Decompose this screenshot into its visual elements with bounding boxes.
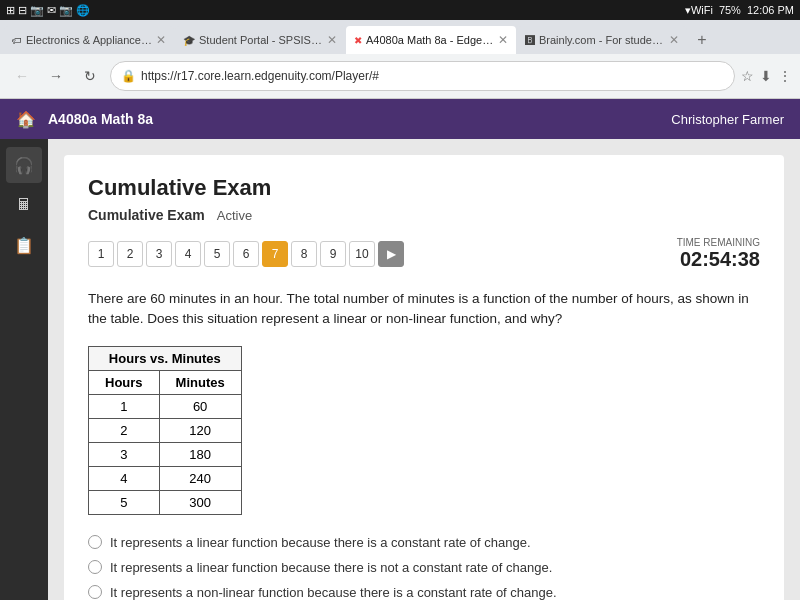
table-cell: 2 <box>89 418 160 442</box>
url-text: https://r17.core.learn.edgenuity.com/Pla… <box>141 69 724 83</box>
back-button[interactable]: ← <box>8 62 36 90</box>
tab4-close[interactable]: ✕ <box>669 33 679 47</box>
table-cell: 4 <box>89 466 160 490</box>
table-row: 3180 <box>89 442 242 466</box>
forward-button[interactable]: → <box>42 62 70 90</box>
answer-option-c[interactable]: It represents a non-linear function beca… <box>88 585 760 600</box>
tab3-favicon: ✖ <box>354 35 362 46</box>
table-header-hours: Hours <box>89 370 160 394</box>
tab2-label: Student Portal - SPSIS (min... <box>199 34 323 46</box>
page-buttons: 1 2 3 4 5 6 7 8 9 10 ▶ <box>88 241 404 267</box>
table-cell: 3 <box>89 442 160 466</box>
table-row: 2120 <box>89 418 242 442</box>
battery-indicator: 75% <box>719 4 741 16</box>
table-row: 4240 <box>89 466 242 490</box>
wifi-icon: ▾WiFi <box>685 4 713 17</box>
answer-text-c: It represents a non-linear function beca… <box>110 585 557 600</box>
answer-options: It represents a linear function because … <box>88 535 760 601</box>
exam-subtitle-row: Cumulative Exam Active <box>88 207 760 223</box>
answer-text-b: It represents a linear function because … <box>110 560 552 575</box>
page-btn-4[interactable]: 4 <box>175 241 201 267</box>
table-header-minutes: Minutes <box>159 370 241 394</box>
answer-option-b[interactable]: It represents a linear function because … <box>88 560 760 575</box>
tab2-favicon: 🎓 <box>183 35 195 46</box>
table-cell: 1 <box>89 394 160 418</box>
exam-status: Active <box>217 208 252 223</box>
status-bar: ⊞ ⊟ 📷 ✉ 📷 🌐 ▾WiFi 75% 12:06 PM <box>0 0 800 20</box>
tab3-label: A4080a Math 8a - Edgenuit... <box>366 34 494 46</box>
url-bar[interactable]: 🔒 https://r17.core.learn.edgenuity.com/P… <box>110 61 735 91</box>
tab2-close[interactable]: ✕ <box>327 33 337 47</box>
tab1-close[interactable]: ✕ <box>156 33 166 47</box>
table-cell: 180 <box>159 442 241 466</box>
browser-tab-2[interactable]: 🎓 Student Portal - SPSIS (min... ✕ <box>175 26 345 54</box>
page-btn-8[interactable]: 8 <box>291 241 317 267</box>
refresh-button[interactable]: ↻ <box>76 62 104 90</box>
timer-section: TIME REMAINING 02:54:38 <box>677 237 760 271</box>
main-layout: 🎧 🖩 📋 Cumulative Exam Cumulative Exam Ac… <box>0 139 800 600</box>
sidebar-calculator[interactable]: 🖩 <box>6 187 42 223</box>
tab1-label: Electronics & Appliances: Ta... <box>26 34 152 46</box>
clock: 12:06 PM <box>747 4 794 16</box>
table-cell: 240 <box>159 466 241 490</box>
data-table: Hours vs. Minutes Hours Minutes 16021203… <box>88 346 242 515</box>
radio-c[interactable] <box>88 585 102 599</box>
browser-tab-4[interactable]: 🅱 Brainly.com - For students... ✕ <box>517 26 687 54</box>
page-btn-1[interactable]: 1 <box>88 241 114 267</box>
status-bar-right: ▾WiFi 75% 12:06 PM <box>685 4 794 17</box>
browser-tab-3[interactable]: ✖ A4080a Math 8a - Edgenuit... ✕ <box>346 26 516 54</box>
tab4-label: Brainly.com - For students... <box>539 34 665 46</box>
nav-row: 1 2 3 4 5 6 7 8 9 10 ▶ TIME REMAINING 02… <box>88 237 760 271</box>
page-btn-10[interactable]: 10 <box>349 241 375 267</box>
radio-b[interactable] <box>88 560 102 574</box>
page-btn-5[interactable]: 5 <box>204 241 230 267</box>
user-name: Christopher Farmer <box>671 112 784 127</box>
table-body: 1602120318042405300 <box>89 394 242 514</box>
table-row: 160 <box>89 394 242 418</box>
radio-a[interactable] <box>88 535 102 549</box>
download-icon[interactable]: ⬇ <box>760 68 772 84</box>
page-btn-7[interactable]: 7 <box>262 241 288 267</box>
tab1-favicon: 🏷 <box>12 35 22 46</box>
table-cell: 120 <box>159 418 241 442</box>
page-btn-3[interactable]: 3 <box>146 241 172 267</box>
page-btn-2[interactable]: 2 <box>117 241 143 267</box>
table-caption: Hours vs. Minutes <box>88 346 242 370</box>
menu-icon[interactable]: ⋮ <box>778 68 792 84</box>
sidebar-clipboard[interactable]: 📋 <box>6 227 42 263</box>
exam-container: Cumulative Exam Cumulative Exam Active 1… <box>64 155 784 600</box>
browser-tab-1[interactable]: 🏷 Electronics & Appliances: Ta... ✕ <box>4 26 174 54</box>
tabs-bar: 🏷 Electronics & Appliances: Ta... ✕ 🎓 St… <box>0 20 800 54</box>
lock-icon: 🔒 <box>121 69 136 83</box>
table-cell: 300 <box>159 490 241 514</box>
exam-title: Cumulative Exam <box>88 175 760 201</box>
app-title: A4080a Math 8a <box>48 111 153 127</box>
app-header: 🏠 A4080a Math 8a Christopher Farmer <box>0 99 800 139</box>
status-bar-left: ⊞ ⊟ 📷 ✉ 📷 🌐 <box>6 4 90 17</box>
content-area: Cumulative Exam Cumulative Exam Active 1… <box>48 139 800 600</box>
bookmark-icon[interactable]: ☆ <box>741 68 754 84</box>
answer-option-a[interactable]: It represents a linear function because … <box>88 535 760 550</box>
sidebar: 🎧 🖩 📋 <box>0 139 48 600</box>
new-tab-button[interactable]: + <box>688 26 716 54</box>
page-btn-9[interactable]: 9 <box>320 241 346 267</box>
sidebar-headphones[interactable]: 🎧 <box>6 147 42 183</box>
answer-text-a: It represents a linear function because … <box>110 535 531 550</box>
home-icon[interactable]: 🏠 <box>16 110 36 129</box>
table-row: 5300 <box>89 490 242 514</box>
question-text: There are 60 minutes in an hour. The tot… <box>88 289 760 330</box>
timer-label: TIME REMAINING <box>677 237 760 248</box>
browser-chrome: 🏷 Electronics & Appliances: Ta... ✕ 🎓 St… <box>0 20 800 99</box>
tab3-close[interactable]: ✕ <box>498 33 508 47</box>
page-btn-6[interactable]: 6 <box>233 241 259 267</box>
exam-subtitle: Cumulative Exam <box>88 207 205 223</box>
next-page-button[interactable]: ▶ <box>378 241 404 267</box>
status-icons: ⊞ ⊟ 📷 ✉ 📷 🌐 <box>6 4 90 17</box>
table-cell: 5 <box>89 490 160 514</box>
address-bar: ← → ↻ 🔒 https://r17.core.learn.edgenuity… <box>0 54 800 98</box>
tab4-favicon: 🅱 <box>525 35 535 46</box>
timer-value: 02:54:38 <box>677 248 760 271</box>
table-cell: 60 <box>159 394 241 418</box>
